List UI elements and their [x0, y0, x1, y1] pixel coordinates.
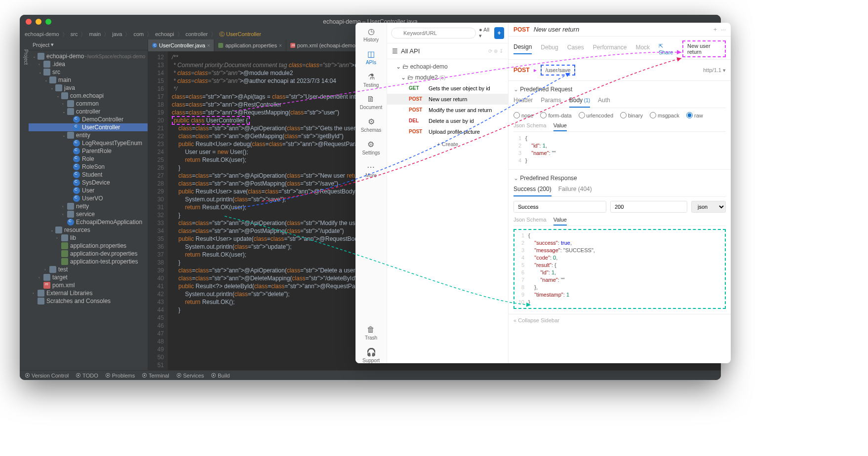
statusbar-item[interactable]: ⦿ Services: [176, 373, 204, 379]
statusbar-item[interactable]: ⦿ Terminal: [142, 373, 169, 379]
response-code-input[interactable]: [610, 201, 687, 213]
body-type-urlencoded[interactable]: urlencoded: [579, 112, 613, 118]
editor-tab[interactable]: pom.xml (echoapi-demo)×: [286, 39, 367, 51]
api-endpoint[interactable]: POSTUpload profile picture: [387, 126, 508, 137]
body-tab-header[interactable]: Header: [513, 97, 533, 108]
response-tab[interactable]: Success (200): [513, 186, 552, 196]
tree-item[interactable]: UserController: [29, 123, 148, 131]
body-type-none[interactable]: none: [513, 112, 533, 118]
side-tab-project[interactable]: Project: [20, 39, 29, 370]
plugin-nav-apis[interactable]: ◫APIs: [366, 49, 376, 65]
subtab-design[interactable]: Design: [513, 43, 532, 54]
tree-item[interactable]: ›netty: [29, 202, 148, 210]
plugin-nav-history[interactable]: ◷History: [363, 27, 379, 42]
share-button[interactable]: ⇱ Share: [659, 43, 676, 55]
api-endpoint[interactable]: POSTNew user return: [387, 94, 508, 105]
tree-item[interactable]: ⌄src: [29, 68, 148, 76]
url-method[interactable]: POST: [513, 67, 530, 74]
plugin-nav-document[interactable]: 🗎Document: [360, 95, 383, 110]
plugin-nav-schemas[interactable]: ⚙Schemas: [361, 117, 382, 133]
tree-item[interactable]: application-dev.properties: [29, 250, 148, 258]
plugin-nav-support[interactable]: 🎧Support: [362, 347, 380, 363]
new-user-return-button[interactable]: New user return: [682, 40, 726, 57]
collapse-sidebar-button[interactable]: « Collapse Sidebar: [509, 314, 731, 326]
body-type-raw[interactable]: raw: [686, 112, 703, 118]
editor-tab[interactable]: UserController.java×: [148, 39, 214, 51]
minimize-icon[interactable]: [36, 19, 41, 25]
tree-item[interactable]: EchoapiDemoApplication: [29, 218, 148, 226]
plugin-nav-settings[interactable]: ⚙Settings: [362, 140, 380, 155]
tree-item[interactable]: UserVO: [29, 194, 148, 202]
plugin-nav-more[interactable]: ⋯More: [365, 162, 377, 178]
breadcrumb-item[interactable]: Ⓒ UserController: [219, 31, 261, 38]
search-input[interactable]: [391, 28, 476, 38]
response-name-input[interactable]: [513, 201, 606, 213]
tree-item[interactable]: SysDevice: [29, 179, 148, 187]
tree-item[interactable]: ⌄controller: [29, 108, 148, 115]
statusbar-item[interactable]: ⦿ Problems: [105, 373, 135, 379]
plugin-nav-testing[interactable]: ⚗Testing: [363, 72, 379, 88]
tree-item[interactable]: DemoController: [29, 115, 148, 123]
zoom-icon[interactable]: [45, 19, 51, 25]
tree-item[interactable]: Student: [29, 171, 148, 179]
tree-item[interactable]: application-test.properties: [29, 258, 148, 266]
breadcrumb-item[interactable]: echoapi: [155, 31, 174, 37]
tree-item[interactable]: ›service: [29, 210, 148, 218]
tree-item[interactable]: ⌄entity: [29, 131, 148, 139]
breadcrumb-item[interactable]: java: [112, 31, 122, 37]
editor-tab[interactable]: application.properties×: [214, 39, 286, 51]
project-panel-header[interactable]: Project ▾: [29, 39, 148, 50]
tree-item[interactable]: RoleSon: [29, 163, 148, 171]
api-title-actions[interactable]: +···: [713, 26, 726, 33]
http-version-select[interactable]: http/1.1 ▾: [703, 67, 726, 74]
tree-item[interactable]: ›.idea: [29, 60, 148, 68]
add-api-button[interactable]: +: [494, 27, 504, 39]
tree-item[interactable]: Role: [29, 155, 148, 163]
api-endpoint[interactable]: POSTModify the user and return: [387, 105, 508, 115]
tree-item[interactable]: Scratches and Consoles: [29, 297, 148, 305]
tree-item[interactable]: ›target: [29, 273, 148, 281]
api-endpoint[interactable]: GETGets the user object by id: [387, 83, 508, 94]
body-type-msgpack[interactable]: msgpack: [650, 112, 679, 118]
request-json[interactable]: 1234 { "id": 1, "name": ""}: [513, 135, 726, 164]
resp-tab-value[interactable]: Value: [553, 217, 567, 226]
predefined-request-header[interactable]: Predefined Request: [513, 86, 726, 93]
api-module[interactable]: ⌄ 🗁 module2 (5): [387, 72, 508, 83]
subtab-performance[interactable]: Performance: [593, 44, 627, 54]
body-tab-auth[interactable]: Auth: [598, 97, 610, 108]
tree-item[interactable]: ›test: [29, 266, 148, 273]
predefined-response-header[interactable]: Predefined Response: [513, 175, 726, 182]
tree-item[interactable]: ›common: [29, 100, 148, 108]
tree-item[interactable]: pom.xml: [29, 281, 148, 289]
breadcrumb-item[interactable]: echoapi-demo: [25, 31, 59, 37]
close-tab-icon[interactable]: ×: [279, 43, 282, 48]
subtab-cases[interactable]: Cases: [567, 44, 584, 54]
subtab-mock[interactable]: Mock: [635, 44, 650, 54]
search-scope-select[interactable]: ● All ▾: [479, 27, 491, 39]
body-tab-body[interactable]: Body (1): [569, 97, 590, 108]
tree-item[interactable]: ParentRole: [29, 147, 148, 155]
response-json[interactable]: 12345678910 { "success": true, "message"…: [516, 232, 723, 306]
api-endpoint[interactable]: DELDelete a user by id: [387, 115, 508, 126]
statusbar-item[interactable]: ⦿ Build: [211, 373, 230, 379]
statusbar-item[interactable]: ⦿ TODO: [76, 373, 98, 379]
close-icon[interactable]: [26, 19, 32, 25]
close-tab-icon[interactable]: ×: [207, 43, 210, 48]
url-path[interactable]: /user/save: [541, 65, 576, 76]
tree-item[interactable]: ⌄echoapi-demo ~/workSpace/echoapi-demo: [29, 52, 148, 60]
tree-item[interactable]: ›External Libraries: [29, 289, 148, 297]
breadcrumb-item[interactable]: main: [89, 31, 101, 37]
resp-tab-json-schema[interactable]: Json Schema: [513, 217, 547, 226]
api-project[interactable]: ⌄ 🗁 echoapi-demo: [387, 61, 508, 72]
tab-value[interactable]: Value: [553, 122, 567, 131]
plugin-nav-trash[interactable]: 🗑Trash: [365, 325, 377, 341]
tree-item[interactable]: User: [29, 187, 148, 194]
body-tab-params[interactable]: Params: [541, 97, 561, 108]
breadcrumb-item[interactable]: src: [71, 31, 78, 37]
tree-item[interactable]: ⌄resources: [29, 226, 148, 234]
body-type-form-data[interactable]: form-data: [540, 112, 571, 118]
statusbar-item[interactable]: ⦿ Version Control: [25, 373, 69, 379]
tree-item[interactable]: LogRequestTypeEnum: [29, 139, 148, 147]
subtab-debug[interactable]: Debug: [541, 44, 558, 54]
tree-item[interactable]: ⌄com.echoapi: [29, 92, 148, 100]
